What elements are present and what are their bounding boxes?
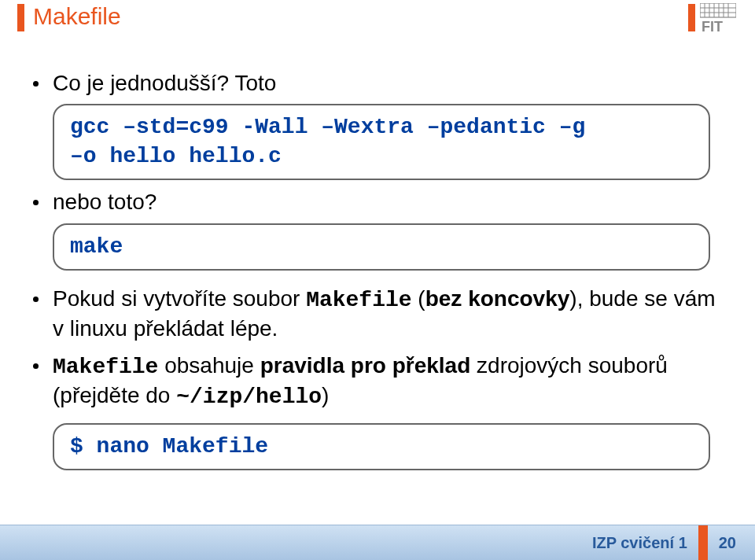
bullet-point4: Makefile obsahuje pravidla pro překlad z… [33,352,725,412]
bullet-nebo: nebo toto? [33,188,725,216]
footer-separator [698,525,708,560]
code-box-make: make [53,223,710,271]
bullet-point3: Pokud si vytvoříte soubor Makefile (bez … [33,285,725,344]
code-make: make [70,234,123,259]
bullet-dot-icon [33,363,39,369]
p3-b: ( [412,286,425,311]
bullet-nebo-text: nebo toto? [53,188,725,216]
header-accent-left [17,4,24,31]
p3-bold: bez koncovky [425,286,570,311]
code-line-1: gcc –std=c99 -Wall –Wextra –pedantic –g [70,113,693,142]
code-box-nano: $ nano Makefile [53,423,710,470]
bullet-dot-icon [33,81,39,87]
code-box-gcc: gcc –std=c99 -Wall –Wextra –pedantic –g … [53,104,710,180]
p4-c: ) [322,383,329,407]
p3-code: Makefile [306,288,411,312]
bullet-intro: Co je jednodušší? Toto [33,69,725,98]
footer-bar: IZP cvičení 1 20 [0,525,755,560]
p4-code2: ~/izp/hello [176,385,322,409]
bullet-point3-text: Pokud si vytvoříte soubor Makefile (bez … [53,285,725,344]
bullet-point4-text: Makefile obsahuje pravidla pro překlad z… [53,352,725,412]
p4-code1: Makefile [53,355,158,379]
bullet-dot-icon [33,200,39,205]
header-accent-right [688,4,695,31]
bullet-intro-text: Co je jednodušší? Toto [53,69,725,98]
p4-bold: pravidla pro překlad [260,353,471,378]
svg-rect-0 [700,3,736,17]
code-nano: $ nano Makefile [70,434,268,459]
footer-right: IZP cvičení 1 20 [592,525,755,560]
fit-logo-icon: FIT [700,3,736,33]
footer-page-number: 20 [719,534,736,552]
bullet-dot-icon [33,297,39,302]
p4-a: obsahuje [158,353,260,378]
code-line-2: –o hello hello.c [70,142,693,171]
svg-text:FIT: FIT [702,19,723,33]
page-title: Makefile [33,3,121,30]
slide-content: Co je jednodušší? Toto gcc –std=c99 -Wal… [33,61,725,477]
p3-a: Pokud si vytvoříte soubor [53,286,306,311]
footer-course: IZP cvičení 1 [592,534,687,552]
